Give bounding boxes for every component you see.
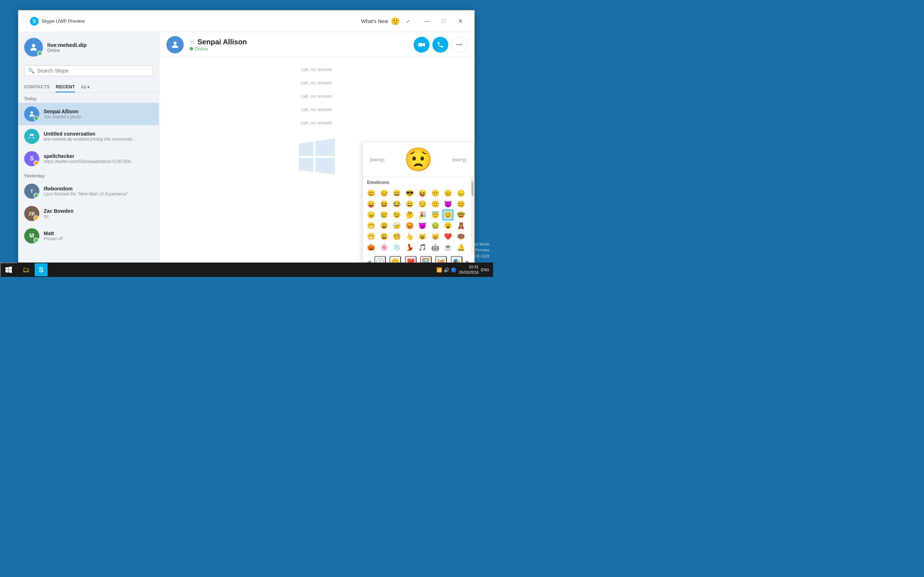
emoji-cell[interactable]: 🌸 <box>379 242 389 253</box>
emoji-cell[interactable]: 🎵 <box>417 242 428 253</box>
expand-button[interactable]: ⤢ <box>403 16 413 26</box>
emoji-cell[interactable]: 😩 <box>379 220 389 231</box>
emoji-cell[interactable]: 😉 <box>391 210 402 220</box>
contact-status-dot <box>34 193 39 198</box>
lang-indicator: ENG <box>481 268 489 272</box>
emoji-cell[interactable]: 😀 <box>404 199 415 210</box>
emoji-cell[interactable]: 🤖 <box>430 242 441 253</box>
emoji-cell[interactable]: 😎 <box>404 188 415 199</box>
maximize-button[interactable]: □ <box>435 16 452 27</box>
contact-preview: You shared a photo <box>44 114 153 119</box>
emoji-cell[interactable]: ❤️ <box>443 231 453 242</box>
emoji-cell[interactable]: ❄️ <box>391 242 402 253</box>
emoji-cell[interactable]: 😈 <box>443 199 453 210</box>
contact-avatar-untitled <box>24 129 39 144</box>
whatsnew-label: What's New <box>361 18 388 24</box>
emoji-cell[interactable]: 🤓 <box>456 210 466 220</box>
emoji-cell[interactable]: 😬 <box>366 220 376 231</box>
contact-item-matt[interactable]: M Matt Pissed off <box>18 225 159 247</box>
emoji-cell[interactable]: 👆 <box>404 231 415 242</box>
contact-item-tfw[interactable]: T tfwboredom I just finished the "New Ma… <box>18 180 159 202</box>
emoji-scrollbar[interactable] <box>471 177 474 254</box>
status-dot-icon <box>189 47 193 50</box>
svg-marker-10 <box>315 158 335 174</box>
user-info: live:mehedi.dip Online <box>47 42 153 53</box>
tab-filter[interactable]: All ▾ <box>81 84 90 90</box>
contact-item-spellchecker[interactable]: S spellchecker https://twitter.com/53Arn… <box>18 148 159 170</box>
contact-item-untitled[interactable]: Untitled conversation live:mehedi.dip en… <box>18 125 159 148</box>
emoji-cell[interactable]: 🎉 <box>417 210 428 220</box>
emoji-cell[interactable]: 😊 <box>366 188 376 199</box>
emoji-cell[interactable]: 😢 <box>379 210 389 220</box>
emoji-cell[interactable]: 😒 <box>379 188 389 199</box>
start-button[interactable] <box>0 263 17 277</box>
taskbar-app-skype[interactable]: S <box>35 263 48 276</box>
emoji-cell[interactable]: 😺 <box>417 231 428 242</box>
emoji-cell[interactable]: 😄 <box>391 188 402 199</box>
emoji-name-right: (worry) <box>452 157 467 162</box>
emoji-cell[interactable]: 😝 <box>417 188 428 199</box>
chat-contact-info: ☆ Senpai Allison Online <box>189 38 408 52</box>
system-icons: 📶 🔊 🔵 <box>436 267 457 272</box>
contact-item-zac[interactable]: ZB Zac Bowden np <box>18 202 159 225</box>
call-notice-1: call, no answer <box>174 64 460 74</box>
emoji-cell[interactable]: 🤔 <box>404 210 415 220</box>
emoji-cell[interactable]: 🧐 <box>391 231 402 242</box>
emoji-cell[interactable]: 😮 <box>443 220 453 231</box>
contact-preview: https://twitter.com/53Arnaud/status/7136… <box>44 159 153 164</box>
whatsnew-area: What's New 🙂 ⤢ <box>361 16 413 26</box>
emoji-cell[interactable]: 🤢 <box>430 220 441 231</box>
emoji-cell[interactable]: 🔔 <box>456 242 466 253</box>
emoji-cell[interactable]: 🙂 <box>430 199 441 210</box>
taskbar-app-files[interactable]: 🗂 <box>17 263 35 277</box>
call-notice-3: call, no answer <box>174 91 460 101</box>
voice-call-button[interactable] <box>432 37 448 53</box>
minimize-button[interactable]: — <box>419 16 435 27</box>
emoji-cell[interactable]: 😆 <box>379 199 389 210</box>
chat-contact-avatar <box>166 36 184 53</box>
taskbar-apps: 🗂 S <box>17 263 48 277</box>
emoji-cell[interactable]: 😞 <box>456 188 466 199</box>
svg-point-4 <box>174 42 177 45</box>
emoji-cell[interactable]: 👿 <box>417 220 428 231</box>
emoji-cell[interactable]: 😸 <box>430 231 441 242</box>
emoji-cell[interactable]: 😊 <box>456 199 466 210</box>
emoji-cell[interactable]: 😂 <box>391 199 402 210</box>
search-box: 🔍 <box>24 65 153 76</box>
emoji-cell[interactable]: 😑 <box>443 188 453 199</box>
contact-item-senpai-allison[interactable]: Senpai Allison You shared a photo <box>18 103 159 125</box>
emoji-name-left: (worry) <box>370 157 384 162</box>
emoji-cell[interactable]: 😬 <box>366 231 376 242</box>
svg-marker-24 <box>9 270 12 273</box>
emoji-cell[interactable]: 😡 <box>404 220 415 231</box>
more-options-button[interactable]: ··· <box>451 37 467 53</box>
close-button[interactable]: ✕ <box>452 16 468 27</box>
emoji-preview-big: 😟 <box>404 148 433 171</box>
emoji-cell[interactable]: 🧸 <box>456 220 466 231</box>
contact-info-senpai: Senpai Allison You shared a photo <box>44 108 153 119</box>
emoji-cell[interactable]: 😕 <box>430 188 441 199</box>
search-input[interactable] <box>37 68 149 74</box>
emoji-cell[interactable]: 😠 <box>366 210 376 220</box>
emoji-cell[interactable]: 😇 <box>430 210 441 220</box>
emoji-cell-selected[interactable]: 😟 <box>443 210 453 220</box>
taskbar: 🗂 S 📶 🔊 🔵 10:31 26/03/2016 ENG <box>0 263 493 277</box>
whatsnew-emoji: 🙂 <box>391 17 400 26</box>
svg-marker-22 <box>9 266 12 270</box>
contact-avatar-tfw: T <box>24 184 39 199</box>
emoji-cell[interactable]: 💃 <box>404 242 415 253</box>
tab-recent[interactable]: RECENT <box>56 82 75 92</box>
emoji-cell[interactable]: 🍩 <box>456 231 466 242</box>
svg-point-2 <box>30 134 32 136</box>
emoji-cell[interactable]: 😏 <box>417 199 428 210</box>
video-call-button[interactable] <box>414 37 430 53</box>
emoji-cell[interactable]: ☕ <box>443 242 453 253</box>
emoji-cell[interactable]: 😛 <box>366 199 376 210</box>
user-status-dot <box>37 51 42 56</box>
emoji-cell[interactable]: 😩 <box>379 231 389 242</box>
emoji-cell[interactable]: 🎃 <box>366 242 376 253</box>
emoji-cell[interactable]: 🤕 <box>391 220 402 231</box>
tab-contacts[interactable]: CONTACTS <box>24 82 50 92</box>
date: 26/03/2016 <box>459 270 478 275</box>
contact-avatar-zac: ZB <box>24 206 39 221</box>
